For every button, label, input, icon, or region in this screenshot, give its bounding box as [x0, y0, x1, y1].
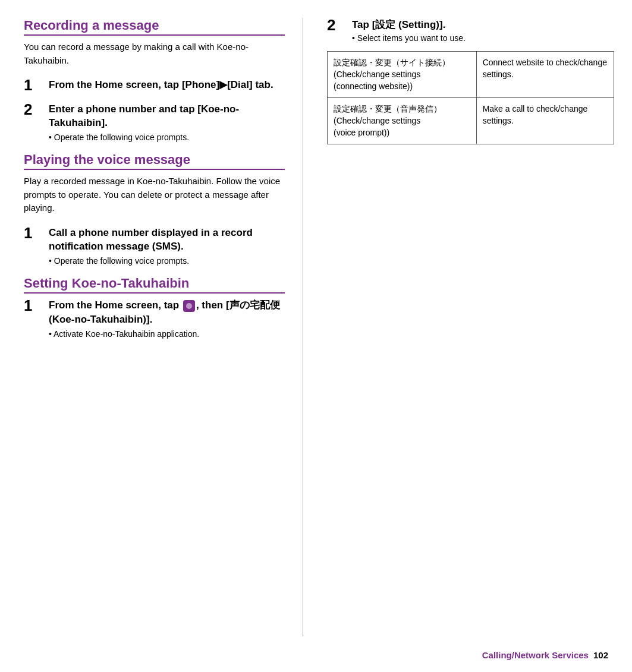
right-column: 2 Tap [設定 (Setting)]. Select items you w… [303, 18, 632, 636]
section-playing-title: Playing the voice message [24, 152, 285, 170]
table-cell-2-1: 設定確認・変更（音声発信）(Check/change settings(voic… [328, 97, 477, 144]
table-row-2: 設定確認・変更（音声発信）(Check/change settings(voic… [328, 97, 614, 144]
section-recording-body: You can record a message by making a cal… [24, 40, 285, 67]
step-2-content: Enter a phone number and tap [Koe-no-Tak… [49, 102, 285, 144]
footer-page-number: 102 [593, 650, 608, 660]
setting-step-1-sub: Activate Koe-no-Takuhaibin application. [49, 328, 285, 340]
step-1-content: From the Home screen, tap [Phone]▶[Dial]… [49, 78, 285, 92]
playing-step-1-content: Call a phone number displayed in a recor… [49, 226, 285, 268]
recording-step-2: 2 Enter a phone number and tap [Koe-no-T… [24, 102, 285, 144]
section-setting: Setting Koe-no-Takuhaibin 1 From the Hom… [24, 276, 285, 340]
page-footer: Calling/Network Services 102 [482, 650, 608, 660]
step-1-heading: From the Home screen, tap [Phone]▶[Dial]… [49, 78, 285, 92]
playing-step-number-1: 1 [24, 225, 45, 242]
playing-step-1-sub: Operate the following voice prompts. [49, 255, 285, 267]
table-cell-2-2: Make a call to check/change settings. [476, 97, 614, 144]
left-column: Recording a message You can record a mes… [0, 18, 303, 636]
table-cell-1-2: Connect website to check/change settings… [476, 51, 614, 97]
right-step-content: Tap [設定 (Setting)]. Select items you wan… [352, 18, 614, 43]
step-number-2: 2 [24, 101, 45, 118]
section-recording-title: Recording a message [24, 18, 285, 36]
right-step-sub: Select items you want to use. [352, 33, 614, 43]
playing-step-1: 1 Call a phone number displayed in a rec… [24, 226, 285, 268]
table-row-1: 設定確認・変更（サイト接続）(Check/change settings(con… [328, 51, 614, 97]
right-step-heading: Tap [設定 (Setting)]. [352, 18, 614, 32]
setting-step-number-1: 1 [24, 297, 45, 314]
recording-step-1: 1 From the Home screen, tap [Phone]▶[Dia… [24, 78, 285, 94]
playing-step-1-heading: Call a phone number displayed in a recor… [49, 226, 285, 254]
right-step-number: 2 [327, 17, 348, 34]
right-step-2: 2 Tap [設定 (Setting)]. Select items you w… [327, 18, 614, 43]
app-icon [183, 300, 195, 312]
setting-step-1: 1 From the Home screen, tap , then [声の宅配… [24, 298, 285, 340]
step-2-sub: Operate the following voice prompts. [49, 131, 285, 144]
step-2-heading: Enter a phone number and tap [Koe-no-Tak… [49, 102, 285, 131]
section-playing: Playing the voice message Play a recorde… [24, 152, 285, 267]
settings-table: 設定確認・変更（サイト接続）(Check/change settings(con… [327, 51, 614, 144]
step-number-1: 1 [24, 77, 45, 94]
section-setting-title: Setting Koe-no-Takuhaibin [24, 276, 285, 294]
table-cell-1-1: 設定確認・変更（サイト接続）(Check/change settings(con… [328, 51, 477, 97]
setting-step-1-content: From the Home screen, tap , then [声の宅配便 … [49, 298, 285, 340]
section-playing-body: Play a recorded message in Koe-no-Takuha… [24, 175, 285, 215]
section-recording: Recording a message You can record a mes… [24, 18, 285, 144]
footer-section-label: Calling/Network Services [482, 650, 589, 660]
setting-step-1-heading: From the Home screen, tap , then [声の宅配便 … [49, 298, 285, 327]
